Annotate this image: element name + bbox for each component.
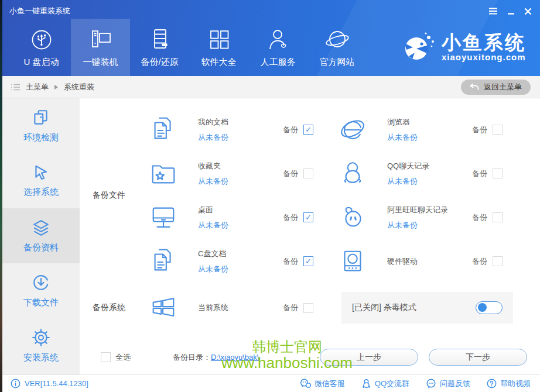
- fish-logo-icon: [401, 30, 437, 64]
- qq-penguin-icon: [338, 159, 367, 189]
- backup-item-favorites: 收藏夹 从未备份 备份: [149, 159, 338, 189]
- chat-bubble-face-icon: [338, 202, 367, 233]
- back-button-label: 返回主菜单: [484, 82, 522, 92]
- backup-label: 备份: [283, 212, 298, 223]
- nav-label: 官方网站: [320, 57, 355, 68]
- item-title: 硬件驱动: [387, 256, 472, 267]
- next-step-button[interactable]: 下一步: [429, 349, 527, 366]
- item-title: 浏览器: [387, 117, 472, 128]
- version-text: VER[11.5.44.1230]: [25, 379, 88, 388]
- help-icon: [487, 379, 497, 388]
- backup-item-browser: 浏览器 从未备份 备份: [338, 115, 527, 145]
- backup-checkbox[interactable]: [493, 256, 503, 266]
- backup-label: 备份: [472, 169, 487, 179]
- backup-item-hardware-drivers: 硬件驱动 备份: [338, 246, 527, 277]
- backup-item-wangwang-history: 阿里旺旺聊天记录 从未备份 备份: [338, 202, 527, 233]
- sidebar-item-backup-data[interactable]: 备份资料: [2, 208, 80, 263]
- nav-item-software[interactable]: 软件大全: [189, 19, 248, 76]
- footer-link-help-video[interactable]: 帮助视频: [487, 379, 531, 389]
- breadcrumb-root[interactable]: 主菜单: [26, 82, 49, 92]
- antivirus-mode-box: [已关闭] 杀毒模式: [341, 292, 513, 324]
- backup-label: 备份: [283, 256, 298, 267]
- breadcrumb-current: 系统重装: [64, 82, 94, 92]
- back-to-main-menu-button[interactable]: 返回主菜单: [461, 80, 531, 95]
- backup-checkbox[interactable]: [303, 256, 313, 266]
- item-status: 从未备份: [198, 264, 283, 274]
- person-icon: [265, 27, 291, 53]
- menu-icon[interactable]: [488, 7, 498, 15]
- minimize-icon[interactable]: [507, 7, 515, 15]
- backup-checkbox[interactable]: [303, 125, 313, 135]
- wechat-icon: [300, 379, 311, 388]
- footer-link-label: 微信客服: [315, 379, 345, 389]
- sidebar-item-env-check[interactable]: 环境检测: [2, 98, 80, 153]
- sidebar-item-label: 安装系统: [23, 352, 59, 363]
- backup-checkbox[interactable]: [493, 169, 503, 178]
- nav-label: 备份/还原: [141, 57, 178, 68]
- previous-step-button[interactable]: 上一步: [320, 349, 418, 366]
- item-title: 桌面: [198, 205, 283, 215]
- nav-item-usb-boot[interactable]: U 盘启动: [12, 19, 71, 76]
- item-status: 从未备份: [387, 132, 472, 143]
- app-header: 小鱼一键重装系统: [2, 0, 540, 76]
- layers-icon: [32, 218, 50, 237]
- nav-item-backup-restore[interactable]: 备份/还原: [130, 19, 189, 76]
- brand-logo: 小鱼系统 xiaoyuxitong.com: [401, 19, 526, 76]
- backup-item-current-system: 当前系统 备份: [149, 293, 338, 323]
- item-title: 当前系统: [198, 302, 283, 313]
- usb-icon: [29, 27, 54, 53]
- item-title: QQ聊天记录: [387, 161, 472, 171]
- item-title: 阿里旺旺聊天记录: [387, 205, 472, 215]
- footer-link-label: 问题反馈: [440, 379, 470, 389]
- select-all-control[interactable]: 全选: [101, 352, 131, 363]
- footer-link-wechat[interactable]: 微信客服: [300, 379, 345, 389]
- footer-link-feedback[interactable]: 问题反馈: [426, 379, 470, 389]
- backup-label: 备份: [472, 212, 487, 223]
- nav-item-support[interactable]: 人工服务: [248, 19, 307, 76]
- titlebar: 小鱼一键重装系统: [2, 0, 540, 19]
- windows-logo-icon: [149, 293, 178, 323]
- main-nav: U 盘启动 一键装机: [2, 19, 540, 76]
- nav-item-one-click-install[interactable]: 一键装机: [71, 19, 130, 76]
- backup-label: 备份: [283, 169, 298, 179]
- chevron-right-icon: [54, 84, 59, 90]
- backup-checkbox[interactable]: [493, 125, 503, 135]
- item-title: C盘文档: [198, 249, 283, 259]
- backup-item-my-documents: 我的文档 从未备份 备份: [149, 115, 338, 145]
- sidebar-item-label: 选择系统: [23, 187, 59, 198]
- breadcrumb: 主菜单 系统重装 返回主菜单: [2, 76, 540, 98]
- item-title: 收藏夹: [198, 161, 283, 171]
- window-controls: [488, 7, 532, 15]
- version-info: VER[11.5.44.1230]: [11, 379, 88, 388]
- list-icon: [11, 83, 20, 91]
- nav-label: 一键装机: [83, 57, 118, 68]
- sidebar-item-select-system[interactable]: 选择系统: [2, 153, 80, 208]
- backup-checkbox[interactable]: [303, 212, 313, 222]
- brand-text: 小鱼系统 xiaoyuxitong.com: [442, 33, 526, 62]
- backup-directory: 备份目录：D:\xiaoyu\bak\: [173, 352, 259, 363]
- footer-link-qq-group[interactable]: QQ交流群: [361, 379, 409, 389]
- sidebar-item-install-system[interactable]: 安装系统: [2, 318, 80, 373]
- main-content: 备份文件 我的文档 从未备份: [80, 98, 540, 374]
- item-status: 从未备份: [387, 220, 472, 231]
- sidebar-item-download-files[interactable]: 下载文件: [2, 263, 80, 318]
- app-window: 小鱼一键重装系统: [2, 0, 540, 392]
- backup-checkbox[interactable]: [303, 303, 313, 313]
- step-buttons: 上一步 下一步: [320, 349, 527, 366]
- antivirus-toggle[interactable]: [476, 301, 503, 314]
- select-all-checkbox[interactable]: [101, 352, 111, 362]
- section-label-backup-files: 备份文件: [93, 190, 149, 201]
- section-label-backup-system: 备份系统: [93, 302, 149, 313]
- backup-checkbox[interactable]: [493, 212, 503, 222]
- close-icon[interactable]: [524, 8, 532, 15]
- item-title: 我的文档: [198, 117, 283, 128]
- documents-icon: [149, 246, 178, 277]
- sidebar: 环境检测 选择系统 备份资料: [2, 98, 80, 374]
- backup-directory-link[interactable]: D:\xiaoyu\bak\: [211, 353, 259, 362]
- nav-item-website[interactable]: 官方网站: [307, 19, 367, 76]
- globe-icon: [324, 27, 351, 53]
- nav-label: 软件大全: [201, 57, 237, 68]
- backup-item-c-drive-docs: C盘文档 从未备份 备份: [149, 246, 338, 277]
- backup-checkbox[interactable]: [303, 169, 313, 178]
- sidebar-item-label: 下载文件: [23, 297, 59, 308]
